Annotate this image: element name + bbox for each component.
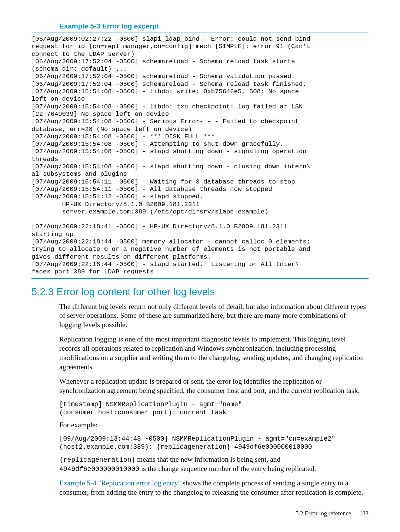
error-log-code-block: [05/Aug/2009:02:27:22 -0500] slapi_ldap_… <box>31 33 369 279</box>
footer-page-number: 183 <box>359 510 369 517</box>
cross-reference-link[interactable]: Example 5-4 "Replication error log entry… <box>59 479 181 487</box>
example-title: Example 5-3 Error log excerpt <box>59 22 369 30</box>
text-run: means that the new information is being … <box>135 455 280 463</box>
footer-section-ref: 5.2 Error log reference <box>296 510 351 517</box>
text-run: is the change sequence number of the ent… <box>139 465 316 472</box>
page-footer: 5.2 Error log reference 183 <box>296 510 369 517</box>
paragraph: Whenever a replication update is prepare… <box>59 377 369 395</box>
paragraph: For example: <box>59 421 369 430</box>
paragraph: The different log levels return not only… <box>59 302 369 330</box>
code-snippet: [09/Aug/2009:13:44:48 -0500] NSMMReplica… <box>59 435 369 451</box>
section-heading: 5.2.3 Error log content for other log le… <box>31 286 369 298</box>
paragraph: Example 5-4 "Replication error log entry… <box>59 479 369 497</box>
section-number: 5.2.3 <box>31 286 54 297</box>
paragraph: Replication logging is one of the most i… <box>59 335 369 372</box>
code-snippet: [timestamp] NSMMReplicationPlugin - agmt… <box>59 401 369 417</box>
inline-code: 4949df6e000000010000 <box>59 465 139 473</box>
paragraph: {replicageneration} means that the new i… <box>59 455 369 474</box>
section-title-text: Error log content for other log levels <box>57 286 215 297</box>
inline-code: {replicageneration} <box>59 456 135 464</box>
